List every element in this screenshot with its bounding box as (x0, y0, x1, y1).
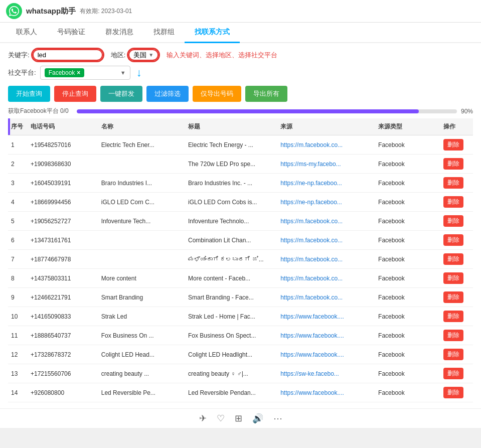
cell-action: 删除 (440, 364, 473, 383)
cell-action: 删除 (440, 383, 473, 402)
cell-seq: 13 (8, 364, 28, 383)
tab-find-group[interactable]: 找群组 (143, 23, 185, 43)
platform-tag-close-icon[interactable]: × (77, 69, 80, 76)
source-link[interactable]: https://ne-np.faceboo... (280, 180, 342, 187)
table-row: 6+13473161761Combination Lit Chan...http… (8, 231, 473, 250)
status-text: 获取Facebook平台 0/0 (8, 107, 69, 115)
delete-button[interactable]: 删除 (443, 234, 463, 246)
logo-area: whatsapp助手 有效期: 2023-03-01 (6, 3, 132, 19)
cell-source: https://m.facebook.co... (277, 250, 375, 269)
table-row: 10+14165090833Strak LedStrak Led - Home … (8, 307, 473, 326)
source-link[interactable]: https://m.facebook.co... (280, 256, 343, 263)
table-row: 3+16045039191Braro Industries I...Braro … (8, 174, 473, 193)
cell-phone: +13473161761 (28, 231, 98, 250)
cell-source: https://www.facebook.... (277, 345, 375, 364)
cell-title: iGLO LED Corn Cobs is... (185, 193, 277, 212)
app-name: whatsapp助手 (26, 7, 76, 16)
tab-contacts[interactable]: 联系人 (6, 23, 47, 43)
cell-type: Facebook (375, 212, 440, 231)
cell-type: Facebook (375, 307, 440, 326)
cell-seq: 10 (8, 307, 28, 326)
cell-seq: 14 (8, 383, 28, 402)
cell-name: Smart Branding (98, 288, 185, 307)
platform-select-wrap[interactable]: Facebook × ▼ (40, 66, 130, 80)
th-source: 来源 (277, 118, 375, 135)
cell-type: Facebook (375, 193, 440, 212)
content-area: 关键字: 地区: 美国 中国 英国 德国 日本 ▼ 输入关键词、选择地区、选择社… (0, 43, 481, 408)
heart-icon[interactable]: ♡ (217, 413, 225, 424)
region-wrap: 美国 中国 英国 德国 日本 ▼ (128, 49, 158, 61)
start-query-button[interactable]: 开始查询 (8, 86, 50, 102)
export-phone-button[interactable]: 仅导出号码 (193, 86, 241, 102)
cell-action: 删除 (440, 307, 473, 326)
platform-tag: Facebook × (45, 68, 85, 77)
delete-button[interactable]: 删除 (443, 311, 463, 322)
send-icon[interactable]: ✈ (199, 413, 207, 424)
cell-title: Strak Led - Home | Fac... (185, 307, 277, 326)
cell-source: https://ne-np.faceboo... (277, 174, 375, 193)
cell-name: Fox Business On ... (98, 326, 185, 345)
cell-name: Braro Industries I... (98, 174, 185, 193)
volume-icon[interactable]: 🔊 (252, 413, 263, 424)
source-link[interactable]: https://www.facebook.... (280, 332, 344, 339)
cell-source: https://m.facebook.co... (277, 288, 375, 307)
source-link[interactable]: https://m.facebook.co... (280, 218, 343, 225)
source-link[interactable]: https://m.facebook.co... (280, 294, 343, 301)
more-icon[interactable]: ⋯ (273, 413, 282, 424)
tab-find-contact[interactable]: 找联系方式 (185, 23, 240, 43)
cell-action: 删除 (440, 326, 473, 345)
cell-seq: 11 (8, 326, 28, 345)
delete-button[interactable]: 删除 (443, 291, 463, 303)
cell-action: 删除 (440, 174, 473, 193)
cell-name: Strak Led (98, 307, 185, 326)
source-link[interactable]: https://ne-np.faceboo... (280, 199, 342, 206)
source-link[interactable]: https://www.facebook.... (280, 351, 344, 358)
cell-action: 删除 (440, 269, 473, 288)
source-link[interactable]: https://www.facebook.... (280, 313, 344, 320)
cell-source: https://www.facebook.... (277, 307, 375, 326)
tab-mass-send[interactable]: 群发消息 (95, 23, 143, 43)
stop-query-button[interactable]: 停止查询 (54, 86, 96, 102)
cell-seq: 3 (8, 174, 28, 193)
table-row: 11+18886540737Fox Business On ...Fox Bus… (8, 326, 473, 345)
source-link[interactable]: https://sw-ke.facebo... (280, 370, 339, 377)
table-row: 4+18669994456iGLO LED Corn C...iGLO LED … (8, 193, 473, 212)
delete-button[interactable]: 删除 (443, 272, 463, 284)
mass-send-button[interactable]: 一键群发 (100, 86, 142, 102)
filter-button[interactable]: 过滤筛选 (146, 86, 189, 102)
cell-seq: 4 (8, 193, 28, 212)
delete-button[interactable]: 删除 (443, 215, 463, 227)
delete-button[interactable]: 删除 (443, 349, 463, 360)
cell-phone: +19548257016 (28, 135, 98, 155)
delete-button[interactable]: 删除 (443, 330, 463, 341)
cell-phone: +19056252727 (28, 212, 98, 231)
delete-button[interactable]: 删除 (443, 196, 463, 208)
source-link[interactable]: https://m.facebook.co... (280, 237, 343, 244)
region-group: 地区: 美国 中国 英国 德国 日本 ▼ (111, 49, 159, 61)
cell-phone: +18774667978 (28, 250, 98, 269)
tab-verify[interactable]: 号码验证 (47, 23, 95, 43)
region-select[interactable]: 美国 中国 英国 德国 日本 (133, 51, 146, 59)
status-row: 获取Facebook平台 0/0 90% (8, 107, 473, 115)
table-row: 1+19548257016Electric Tech Ener...Electr… (8, 135, 473, 155)
delete-button[interactable]: 删除 (443, 158, 463, 170)
table-header-row: 序号 电话号码 名称 标题 来源 来源类型 操作 (8, 118, 473, 135)
cell-type: Facebook (375, 326, 440, 345)
delete-button[interactable]: 删除 (443, 139, 463, 151)
delete-button[interactable]: 删除 (443, 177, 463, 189)
source-link[interactable]: https://m.facebook.co... (280, 141, 343, 148)
keyword-input[interactable] (38, 51, 98, 59)
platform-dropdown-arrow-icon[interactable]: ▼ (120, 70, 126, 76)
delete-button[interactable]: 删除 (443, 387, 463, 398)
source-link[interactable]: https://m.facebook.co... (280, 275, 343, 282)
delete-button[interactable]: 删除 (443, 368, 463, 379)
export-all-button[interactable]: 导出所有 (245, 86, 287, 102)
source-link[interactable]: https://ms-my.facebo... (280, 161, 341, 168)
grid-icon[interactable]: ⊞ (235, 413, 242, 424)
bottom-toolbar: ✈ ♡ ⊞ 🔊 ⋯ (0, 408, 481, 428)
delete-button[interactable]: 删除 (443, 253, 463, 265)
source-link[interactable]: https://www.facebook.... (280, 389, 344, 396)
cell-type: Facebook (375, 288, 440, 307)
cell-action: 删除 (440, 212, 473, 231)
cell-source: https://m.facebook.co... (277, 269, 375, 288)
